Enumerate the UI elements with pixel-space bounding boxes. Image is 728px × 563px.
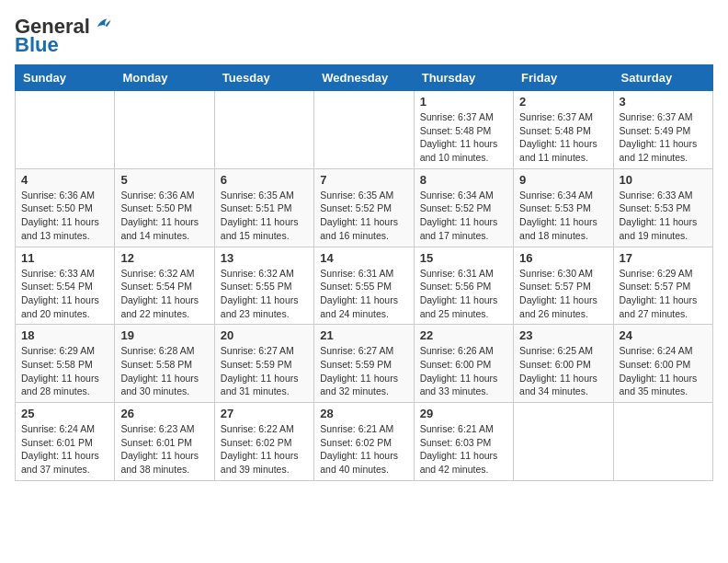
day-info: Sunrise: 6:21 AM Sunset: 6:03 PM Dayligh… (420, 422, 507, 477)
day-number: 23 (519, 328, 607, 342)
calendar-cell: 10Sunrise: 6:33 AM Sunset: 5:53 PM Dayli… (613, 168, 712, 247)
day-info: Sunrise: 6:31 AM Sunset: 5:55 PM Dayligh… (320, 267, 407, 321)
calendar-cell (115, 91, 214, 169)
day-info: Sunrise: 6:24 AM Sunset: 6:00 PM Dayligh… (620, 344, 707, 398)
calendar-week-1: 1Sunrise: 6:37 AM Sunset: 5:48 PM Daylig… (16, 91, 713, 169)
weekday-header-friday: Friday (514, 65, 613, 91)
day-number: 5 (120, 173, 208, 187)
day-number: 25 (21, 407, 108, 420)
calendar-cell: 17Sunrise: 6:29 AM Sunset: 5:57 PM Dayli… (613, 247, 712, 325)
day-info: Sunrise: 6:22 AM Sunset: 6:02 PM Dayligh… (221, 422, 308, 477)
calendar-cell: 6Sunrise: 6:35 AM Sunset: 5:51 PM Daylig… (214, 168, 313, 247)
day-number: 26 (120, 407, 208, 420)
day-info: Sunrise: 6:35 AM Sunset: 5:52 PM Dayligh… (320, 189, 407, 243)
day-info: Sunrise: 6:37 AM Sunset: 5:48 PM Dayligh… (519, 110, 607, 165)
calendar-header: SundayMondayTuesdayWednesdayThursdayFrid… (16, 65, 713, 91)
day-info: Sunrise: 6:30 AM Sunset: 5:57 PM Dayligh… (519, 267, 607, 321)
calendar-cell (314, 91, 414, 169)
day-info: Sunrise: 6:27 AM Sunset: 5:59 PM Dayligh… (320, 344, 407, 398)
calendar-cell: 21Sunrise: 6:27 AM Sunset: 5:59 PM Dayli… (314, 325, 414, 403)
calendar-cell: 4Sunrise: 6:36 AM Sunset: 5:50 PM Daylig… (16, 168, 115, 247)
day-info: Sunrise: 6:24 AM Sunset: 6:01 PM Dayligh… (21, 422, 108, 477)
logo-blue-text: Blue (15, 33, 59, 57)
day-number: 29 (420, 407, 507, 420)
day-info: Sunrise: 6:37 AM Sunset: 5:48 PM Dayligh… (420, 110, 507, 165)
calendar-cell (613, 403, 712, 481)
day-number: 1 (420, 95, 507, 109)
day-number: 7 (320, 173, 407, 187)
calendar-body: 1Sunrise: 6:37 AM Sunset: 5:48 PM Daylig… (16, 91, 713, 481)
calendar-cell: 19Sunrise: 6:28 AM Sunset: 5:58 PM Dayli… (115, 325, 214, 403)
calendar-cell: 24Sunrise: 6:24 AM Sunset: 6:00 PM Dayli… (613, 325, 712, 403)
page-header: General Blue (15, 15, 713, 57)
weekday-header-saturday: Saturday (613, 65, 712, 91)
day-info: Sunrise: 6:36 AM Sunset: 5:50 PM Dayligh… (120, 189, 208, 243)
calendar-week-5: 25Sunrise: 6:24 AM Sunset: 6:01 PM Dayli… (16, 403, 713, 481)
day-info: Sunrise: 6:33 AM Sunset: 5:54 PM Dayligh… (21, 267, 108, 321)
day-number: 11 (21, 251, 108, 265)
weekday-header-monday: Monday (115, 65, 214, 91)
day-info: Sunrise: 6:25 AM Sunset: 6:00 PM Dayligh… (519, 344, 607, 398)
calendar-cell: 12Sunrise: 6:32 AM Sunset: 5:54 PM Dayli… (115, 247, 214, 325)
weekday-header-tuesday: Tuesday (214, 65, 313, 91)
day-number: 18 (21, 328, 108, 342)
day-info: Sunrise: 6:23 AM Sunset: 6:01 PM Dayligh… (120, 422, 208, 477)
day-info: Sunrise: 6:27 AM Sunset: 5:59 PM Dayligh… (221, 344, 308, 398)
day-number: 17 (620, 251, 707, 265)
calendar-cell: 16Sunrise: 6:30 AM Sunset: 5:57 PM Dayli… (514, 247, 613, 325)
day-number: 15 (420, 251, 507, 265)
calendar-cell: 27Sunrise: 6:22 AM Sunset: 6:02 PM Dayli… (214, 403, 313, 481)
day-number: 19 (120, 328, 208, 342)
day-info: Sunrise: 6:28 AM Sunset: 5:58 PM Dayligh… (120, 344, 208, 398)
calendar-cell: 22Sunrise: 6:26 AM Sunset: 6:00 PM Dayli… (414, 325, 513, 403)
day-number: 2 (519, 95, 607, 109)
calendar-cell: 13Sunrise: 6:32 AM Sunset: 5:55 PM Dayli… (214, 247, 313, 325)
day-number: 16 (519, 251, 607, 265)
weekday-header-wednesday: Wednesday (314, 65, 414, 91)
day-info: Sunrise: 6:26 AM Sunset: 6:00 PM Dayligh… (420, 344, 507, 398)
calendar-cell: 3Sunrise: 6:37 AM Sunset: 5:49 PM Daylig… (613, 91, 712, 169)
day-number: 13 (221, 251, 308, 265)
day-info: Sunrise: 6:32 AM Sunset: 5:55 PM Dayligh… (221, 267, 308, 321)
calendar-cell: 29Sunrise: 6:21 AM Sunset: 6:03 PM Dayli… (414, 403, 513, 481)
calendar-week-4: 18Sunrise: 6:29 AM Sunset: 5:58 PM Dayli… (16, 325, 713, 403)
calendar-cell: 28Sunrise: 6:21 AM Sunset: 6:02 PM Dayli… (314, 403, 414, 481)
day-info: Sunrise: 6:29 AM Sunset: 5:57 PM Dayligh… (620, 267, 707, 321)
weekday-header-row: SundayMondayTuesdayWednesdayThursdayFrid… (16, 65, 713, 91)
calendar-cell: 14Sunrise: 6:31 AM Sunset: 5:55 PM Dayli… (314, 247, 414, 325)
day-number: 9 (519, 173, 607, 187)
weekday-header-sunday: Sunday (16, 65, 115, 91)
calendar-week-3: 11Sunrise: 6:33 AM Sunset: 5:54 PM Dayli… (16, 247, 713, 325)
calendar-cell: 18Sunrise: 6:29 AM Sunset: 5:58 PM Dayli… (16, 325, 115, 403)
day-info: Sunrise: 6:35 AM Sunset: 5:51 PM Dayligh… (221, 189, 308, 243)
day-number: 3 (620, 95, 707, 109)
calendar-cell: 9Sunrise: 6:34 AM Sunset: 5:53 PM Daylig… (514, 168, 613, 247)
day-number: 12 (120, 251, 208, 265)
day-info: Sunrise: 6:34 AM Sunset: 5:52 PM Dayligh… (420, 189, 507, 243)
day-info: Sunrise: 6:31 AM Sunset: 5:56 PM Dayligh… (420, 267, 507, 321)
day-number: 8 (420, 173, 507, 187)
day-info: Sunrise: 6:29 AM Sunset: 5:58 PM Dayligh… (21, 344, 108, 398)
day-info: Sunrise: 6:21 AM Sunset: 6:02 PM Dayligh… (320, 422, 407, 477)
calendar-cell: 11Sunrise: 6:33 AM Sunset: 5:54 PM Dayli… (16, 247, 115, 325)
day-info: Sunrise: 6:32 AM Sunset: 5:54 PM Dayligh… (120, 267, 208, 321)
calendar-cell: 15Sunrise: 6:31 AM Sunset: 5:56 PM Dayli… (414, 247, 513, 325)
calendar-cell: 8Sunrise: 6:34 AM Sunset: 5:52 PM Daylig… (414, 168, 513, 247)
calendar-cell: 23Sunrise: 6:25 AM Sunset: 6:00 PM Dayli… (514, 325, 613, 403)
day-info: Sunrise: 6:37 AM Sunset: 5:49 PM Dayligh… (620, 110, 707, 165)
day-number: 6 (221, 173, 308, 187)
day-number: 10 (620, 173, 707, 187)
calendar-cell: 1Sunrise: 6:37 AM Sunset: 5:48 PM Daylig… (414, 91, 513, 169)
logo: General Blue (15, 15, 112, 57)
calendar-cell: 25Sunrise: 6:24 AM Sunset: 6:01 PM Dayli… (16, 403, 115, 481)
calendar-table: SundayMondayTuesdayWednesdayThursdayFrid… (15, 64, 713, 481)
calendar-cell: 26Sunrise: 6:23 AM Sunset: 6:01 PM Dayli… (115, 403, 214, 481)
calendar-cell: 7Sunrise: 6:35 AM Sunset: 5:52 PM Daylig… (314, 168, 414, 247)
calendar-week-2: 4Sunrise: 6:36 AM Sunset: 5:50 PM Daylig… (16, 168, 713, 247)
calendar-cell (214, 91, 313, 169)
day-number: 27 (221, 407, 308, 420)
calendar-cell (514, 403, 613, 481)
day-number: 21 (320, 328, 407, 342)
day-number: 22 (420, 328, 507, 342)
logo-bird-icon (92, 15, 112, 35)
